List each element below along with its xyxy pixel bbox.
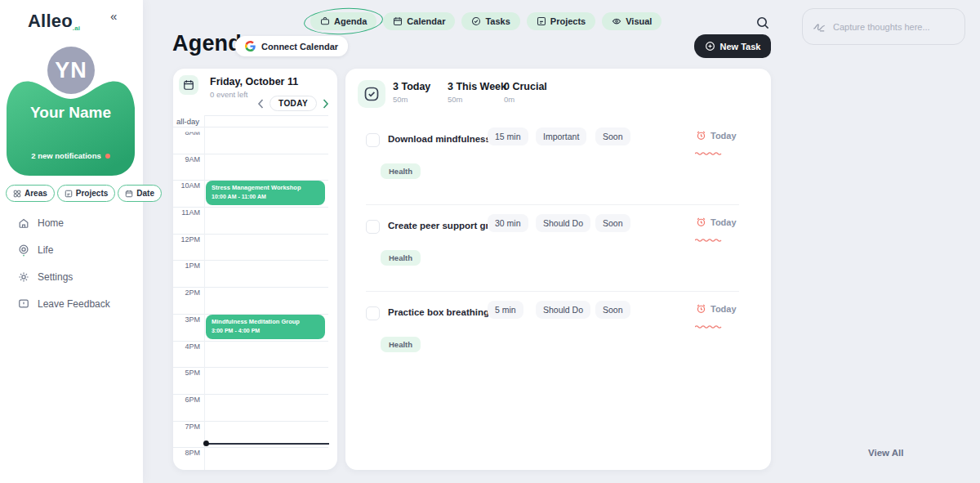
user-name: Your Name xyxy=(7,104,135,122)
tab-tasks[interactable]: Tasks xyxy=(461,12,519,30)
filter-projects-button[interactable]: Projects xyxy=(57,185,115,202)
grid-line xyxy=(173,341,328,342)
task-priority-chip[interactable]: Should Do xyxy=(536,301,590,319)
grid-line xyxy=(173,260,328,261)
tab-visual[interactable]: Visual xyxy=(602,12,662,30)
new-task-label: New Task xyxy=(720,42,761,51)
calendar-date-title: Friday, October 11 xyxy=(210,76,298,87)
connect-calendar-button[interactable]: Connect Calendar xyxy=(235,36,348,56)
tab-projects[interactable]: Projects xyxy=(527,12,595,30)
feedback-icon xyxy=(18,298,29,310)
grid-line xyxy=(173,127,328,127)
grid-line xyxy=(173,394,328,395)
gear-icon xyxy=(18,271,29,283)
task-tag-health[interactable]: Health xyxy=(381,337,421,352)
summary-crucial: 0 Crucial 0m xyxy=(504,81,547,104)
task-priority-chip[interactable]: Should Do xyxy=(536,214,590,232)
new-task-button[interactable]: New Task xyxy=(694,34,771,58)
filter-areas-button[interactable]: Areas xyxy=(6,185,55,202)
tab-agenda[interactable]: Agenda xyxy=(310,12,376,30)
avatar-initials: YN xyxy=(55,58,87,83)
capture-input[interactable] xyxy=(831,21,955,33)
current-time-dot xyxy=(203,441,209,446)
main-tabs: Agenda Calendar Tasks Projects Visual xyxy=(310,12,662,30)
task-row: Create peer support group 30 min Should … xyxy=(345,206,771,291)
sidebar-item-feedback-label: Leave Feedback xyxy=(38,298,110,310)
event-title: Mindfulness Meditation Group xyxy=(212,318,319,327)
filter-date-button[interactable]: Date xyxy=(118,185,162,202)
sidebar-item-feedback[interactable]: Leave Feedback xyxy=(18,298,110,310)
sidebar-item-home[interactable]: Home xyxy=(18,217,110,229)
chevron-right-icon[interactable] xyxy=(322,99,329,109)
hour-label: 9AM xyxy=(173,155,200,163)
task-priority-chip[interactable]: Important xyxy=(536,127,586,145)
search-icon[interactable] xyxy=(755,16,770,30)
grid-line xyxy=(173,207,328,208)
projects-icon xyxy=(537,16,546,26)
event-time: 3:00 PM - 4:00 PM xyxy=(212,327,319,336)
task-due-badge[interactable]: Today xyxy=(696,303,737,314)
calendar-panel: Friday, October 11 0 event left TODAY xyxy=(173,69,337,470)
target-icon xyxy=(18,244,29,257)
user-card[interactable]: YN Your Name 2 new notifications xyxy=(7,71,135,176)
sidebar-item-settings[interactable]: Settings xyxy=(18,271,110,283)
hour-label: 7PM xyxy=(173,423,200,431)
tab-agenda-label: Agenda xyxy=(334,16,367,26)
google-icon xyxy=(245,41,256,51)
task-row: Download mindfulness app 15 min Importan… xyxy=(345,119,771,204)
task-due-badge[interactable]: Today xyxy=(696,217,737,227)
calendar-event[interactable]: Stress Management Workshop 10:00 AM - 11… xyxy=(206,181,325,205)
summary-today-minutes: 50m xyxy=(393,95,430,104)
sidebar-item-home-label: Home xyxy=(38,217,64,229)
grid-line xyxy=(173,287,328,288)
tab-calendar[interactable]: Calendar xyxy=(383,12,455,30)
task-tag-health[interactable]: Health xyxy=(381,250,421,266)
view-all-link[interactable]: View All xyxy=(868,448,903,458)
chevron-left-icon[interactable] xyxy=(257,99,265,109)
hour-label: 12PM xyxy=(173,235,200,244)
filter-projects-label: Projects xyxy=(76,189,108,198)
hour-label: 11AM xyxy=(173,208,200,217)
task-checkbox[interactable] xyxy=(366,220,380,234)
task-duration-chip[interactable]: 5 min xyxy=(488,301,523,319)
filter-areas-label: Areas xyxy=(24,189,47,198)
tab-calendar-label: Calendar xyxy=(407,16,445,26)
calendar-grid: all-day 8AM 9AM 10AM 11AM 12PM 1PM 2PM 3… xyxy=(173,115,337,470)
hour-label: 10AM xyxy=(173,181,200,190)
task-separator xyxy=(366,204,739,205)
projects-icon xyxy=(65,190,73,198)
today-button[interactable]: TODAY xyxy=(270,96,317,111)
task-separator xyxy=(366,291,739,292)
sidebar-collapse-icon[interactable]: « xyxy=(110,9,117,23)
tab-visual-label: Visual xyxy=(626,16,652,26)
brand-logo: Alleo.ai xyxy=(28,11,80,32)
task-due-badge[interactable]: Today xyxy=(696,130,737,141)
tasks-summary-icon[interactable] xyxy=(358,80,385,108)
sidebar-item-life-label: Life xyxy=(38,244,53,256)
sidebar-item-life[interactable]: Life xyxy=(18,244,110,256)
task-when-chip[interactable]: Soon xyxy=(595,301,630,319)
task-tag-health[interactable]: Health xyxy=(381,163,421,179)
home-icon xyxy=(18,217,29,229)
tab-projects-label: Projects xyxy=(550,16,586,26)
app-screen: Alleo.ai « YN Your Name 2 new notificati… xyxy=(0,0,980,483)
task-title: Practice box breathing xyxy=(388,307,489,317)
task-checkbox[interactable] xyxy=(366,306,380,320)
summary-today: 3 Today 50m xyxy=(393,81,430,104)
calendar-event[interactable]: Mindfulness Meditation Group 3:00 PM - 4… xyxy=(206,315,325,339)
notifications-link[interactable]: 2 new notifications xyxy=(7,151,135,160)
calendar-nav: TODAY xyxy=(257,96,329,111)
alarm-clock-icon xyxy=(696,130,706,141)
task-checkbox[interactable] xyxy=(366,133,380,147)
hour-label: 6PM xyxy=(173,396,200,404)
task-when-chip[interactable]: Soon xyxy=(595,214,630,232)
all-day-row: all-day xyxy=(173,115,204,127)
task-duration-chip[interactable]: 30 min xyxy=(488,214,528,232)
task-when-chip[interactable]: Soon xyxy=(595,127,630,145)
calendar-icon xyxy=(393,16,403,26)
task-duration-chip[interactable]: 15 min xyxy=(488,127,528,145)
grid-icon xyxy=(13,190,21,198)
hour-label: 8PM xyxy=(173,449,200,457)
avatar[interactable]: YN xyxy=(47,47,95,94)
grid-line xyxy=(173,367,328,368)
